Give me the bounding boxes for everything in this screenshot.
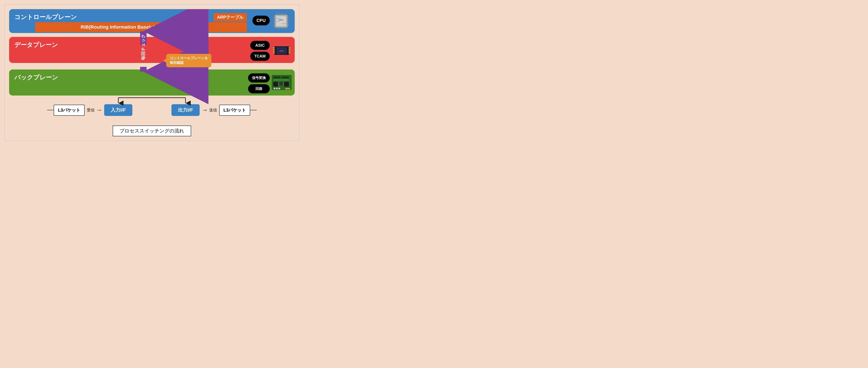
svg-rect-46 <box>273 82 278 87</box>
cpu-chip-svg: CPU <box>271 11 291 31</box>
send-arrow: → 送信 <box>202 106 217 114</box>
svg-text:CPU: CPU <box>279 19 283 21</box>
svg-rect-38 <box>289 51 290 52</box>
input-if-box: 入力I/F <box>104 104 132 116</box>
svg-rect-32 <box>273 47 275 49</box>
signal-oval: 信号変換 <box>248 73 270 83</box>
rib-badge: RIB(Routing Information Base):ルーティングテーブル <box>35 22 247 32</box>
signal-label-text: 信号変換 <box>252 76 266 80</box>
bottom-section: L3パケット 受信 → 入力I/F 出力I/F → 送信 L3 <box>9 104 295 136</box>
caption-container: プロセススイッチングの流れ <box>9 121 295 136</box>
outer-container: 毎回チェック コントロールプレーン ARPテーブル RIB(Routing In… <box>4 4 300 141</box>
send-label: 送信 <box>209 108 217 113</box>
board-chip <box>271 72 293 94</box>
svg-text:ASIC: ASIC <box>280 50 284 52</box>
svg-rect-52 <box>285 88 290 90</box>
data-plane: データプレーン ASIC TCAM <box>9 37 295 63</box>
right-packet-box: L3パケット <box>219 105 250 116</box>
tcam-label-text: TCAM <box>254 54 266 59</box>
circuit-label-text: 回路 <box>255 87 262 91</box>
svg-rect-47 <box>279 82 283 86</box>
svg-rect-43 <box>273 76 280 79</box>
callout-arrow <box>163 58 166 63</box>
send-arrow-symbol: → <box>202 106 208 114</box>
svg-point-50 <box>276 88 278 89</box>
svg-point-51 <box>278 88 280 89</box>
receive-arrow: 受信 → <box>87 106 102 114</box>
board-chip-svg <box>271 72 292 93</box>
svg-rect-39 <box>289 52 290 53</box>
control-plane: コントロールプレーン ARPテーブル RIB(Routing Informati… <box>9 9 295 33</box>
svg-rect-35 <box>273 52 275 53</box>
caption-text: プロセススイッチングの流れ <box>113 125 191 136</box>
cpu-chip: CPU <box>271 11 292 33</box>
svg-rect-48 <box>284 82 289 87</box>
asic-chip: ASIC <box>272 40 292 61</box>
output-if-box: 出力I/F <box>172 104 199 116</box>
planes-and-bottom: 毎回チェック コントロールプレーン ARPテーブル RIB(Routing In… <box>9 9 295 136</box>
flow-row: L3パケット 受信 → 入力I/F 出力I/F → 送信 L3 <box>9 104 295 116</box>
cpu-label-text: CPU <box>256 18 266 23</box>
svg-rect-37 <box>289 49 290 50</box>
back-plane: バックプレーン 信号変換 回路 <box>9 69 295 95</box>
svg-point-49 <box>273 88 275 89</box>
control-plane-title: コントロールプレーン <box>14 13 247 21</box>
svg-rect-33 <box>273 49 275 50</box>
left-line <box>47 110 54 110</box>
svg-rect-45 <box>273 80 289 81</box>
arp-badge: ARPテーブル <box>214 13 247 22</box>
callout-line2: 毎回確認 <box>170 61 208 65</box>
tcam-oval: TCAM <box>250 52 270 61</box>
data-plane-title: データプレーン <box>14 41 247 49</box>
cpu-oval: CPU <box>252 16 270 25</box>
left-packet-box: L3パケット <box>54 105 85 116</box>
arrow-right-1: → <box>96 106 102 114</box>
asic-chip-svg: ASIC <box>272 40 291 60</box>
circuit-oval: 回路 <box>248 84 270 93</box>
asic-label-text: ASIC <box>255 43 265 48</box>
callout-bubble: コントロールプレーンを 毎回確認 <box>166 54 211 67</box>
right-line <box>250 110 257 110</box>
svg-rect-44 <box>282 76 289 79</box>
callout-line1: コントロールプレーンを <box>170 56 208 61</box>
svg-rect-34 <box>273 51 275 52</box>
back-plane-title: バックプレーン <box>14 73 247 82</box>
receive-label: 受信 <box>87 108 95 113</box>
svg-rect-36 <box>289 47 290 49</box>
asic-oval: ASIC <box>250 41 270 50</box>
